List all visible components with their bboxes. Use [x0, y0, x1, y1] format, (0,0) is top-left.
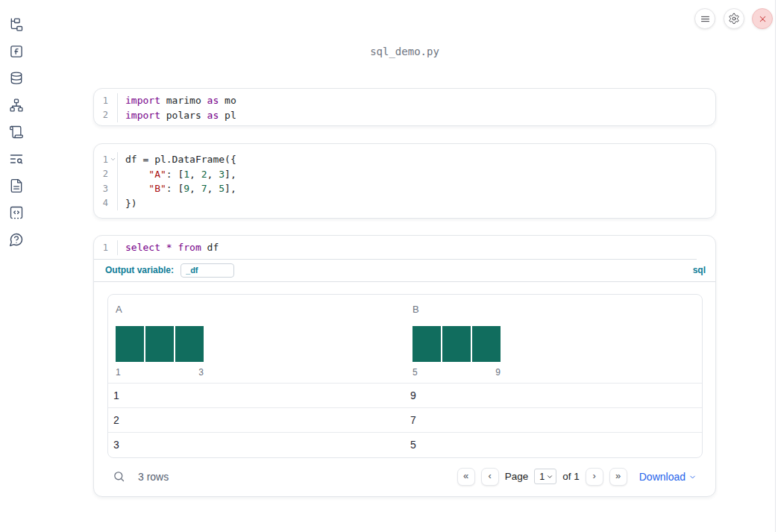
table-header-row: A13B59 [108, 295, 702, 384]
code-line[interactable]: }) [125, 196, 236, 211]
code-cell[interactable]: 1234df = pl.DataFrame({ "A": [1, 2, 3], … [93, 143, 716, 219]
table-row[interactable]: 27 [108, 408, 702, 433]
sidebar-item-logs[interactable] [9, 151, 24, 166]
code-token: ], [225, 183, 236, 194]
sql-editor[interactable]: 1select * from df [94, 236, 715, 260]
file-tree-icon [9, 17, 24, 32]
next-page-button[interactable]: › [586, 468, 603, 486]
code-token: 2 [201, 169, 207, 180]
code-line[interactable]: select * from df [125, 240, 219, 255]
dataframe-table: A13B59 192735 [107, 294, 703, 458]
code-token: mo [219, 95, 236, 106]
scrollbar-track [775, 0, 776, 532]
close-x-icon [758, 14, 768, 24]
code-token [172, 242, 178, 253]
code-editor[interactable]: 1234df = pl.DataFrame({ "A": [1, 2, 3], … [94, 144, 715, 219]
line-number: 1 [94, 93, 117, 108]
table-cell: 3 [108, 439, 405, 451]
sidebar-item-file-explorer[interactable] [9, 17, 24, 32]
column-histogram [412, 326, 501, 362]
histogram-min-label: 1 [116, 367, 121, 378]
code-area[interactable]: df = pl.DataFrame({ "A": [1, 2, 3], "B":… [118, 152, 236, 210]
code-token: marimo [160, 95, 207, 106]
download-label: Download [639, 471, 686, 483]
code-token: , [207, 183, 219, 194]
code-square-icon [9, 205, 24, 220]
histogram-bar [116, 326, 144, 362]
code-token: from [178, 242, 201, 253]
output-variable-input[interactable] [181, 263, 234, 278]
column-header-A[interactable]: A13 [108, 295, 405, 383]
code-editor[interactable]: 12import marimo as moimport polars as pl [94, 89, 715, 127]
code-token: , [189, 169, 201, 180]
help-bubble-icon [9, 232, 24, 247]
line-number-gutter: 1 [94, 240, 118, 255]
code-token: 9 [183, 183, 189, 194]
download-button[interactable]: Download [639, 471, 697, 483]
code-token: 3 [219, 169, 225, 180]
histogram-min-label: 5 [412, 367, 418, 378]
code-token: ], [225, 169, 236, 180]
code-area[interactable]: select * from df [118, 240, 219, 255]
code-token: select [125, 242, 160, 253]
previous-page-button[interactable]: ‹ [481, 468, 499, 486]
column-header-B[interactable]: B59 [405, 295, 702, 383]
last-page-button[interactable]: » [609, 468, 627, 486]
code-token [125, 169, 148, 180]
database-icon [9, 71, 24, 86]
histogram-bar [412, 326, 441, 362]
settings-button[interactable] [724, 8, 744, 29]
histogram-range-labels: 59 [412, 367, 501, 378]
code-line[interactable]: import marimo as mo [125, 93, 236, 108]
search-icon[interactable] [113, 470, 125, 483]
code-token: import [125, 95, 160, 106]
gear-icon [728, 13, 740, 25]
table-row[interactable]: 35 [108, 433, 702, 457]
file-text-icon [9, 178, 24, 193]
sidebar-item-snippets[interactable] [9, 205, 24, 220]
code-token: as [207, 95, 219, 106]
line-number: 4 [94, 196, 117, 211]
close-app-button[interactable] [752, 8, 773, 29]
chevron-down-icon [546, 473, 553, 481]
code-token: import [125, 110, 160, 121]
code-token: , [207, 169, 219, 180]
code-line[interactable]: import polars as pl [125, 108, 236, 123]
code-line[interactable]: df = pl.DataFrame({ [125, 152, 236, 167]
code-token: df [201, 242, 219, 253]
code-token: 5 [219, 183, 225, 194]
sidebar-item-data-sources[interactable] [9, 71, 24, 86]
table-cell: 5 [405, 439, 702, 451]
line-number: 3 [94, 181, 117, 196]
table-row[interactable]: 19 [108, 384, 702, 408]
code-token [125, 183, 148, 194]
column-histogram [116, 326, 204, 362]
column-name: A [116, 304, 405, 315]
code-cell[interactable]: 12import marimo as moimport polars as pl [93, 88, 716, 126]
sidebar-item-variables[interactable] [9, 44, 24, 59]
table-body: 192735 [108, 384, 702, 457]
sidebar-item-help[interactable] [9, 232, 24, 247]
table-footer: 3 rows « ‹ Page 1 of 1 › » Download [107, 464, 703, 489]
sidebar-item-scratchpad[interactable] [9, 125, 24, 140]
code-area[interactable]: import marimo as moimport polars as pl [118, 93, 236, 122]
line-number-gutter: 1234 [94, 152, 118, 210]
histogram-bar [472, 326, 501, 362]
page-select[interactable]: 1 [534, 469, 556, 484]
histogram-bar [145, 326, 174, 362]
text-search-icon [9, 151, 24, 166]
first-page-button[interactable]: « [457, 468, 475, 486]
sql-language-badge: sql [693, 265, 706, 275]
code-line[interactable]: "A": [1, 2, 3], [125, 167, 236, 182]
table-cell: 1 [108, 389, 405, 401]
code-token: 7 [201, 183, 207, 194]
sql-cell: 1select * from df Output variable: sql A… [93, 235, 716, 497]
sidebar-item-documentation[interactable] [9, 178, 24, 193]
line-number: 1 [94, 240, 117, 255]
code-line[interactable]: "B": [9, 7, 5], [125, 181, 236, 196]
fold-chevron-icon[interactable] [110, 156, 116, 163]
line-number: 2 [94, 108, 117, 123]
code-token: "B" [148, 183, 166, 194]
table-cell: 7 [405, 414, 702, 426]
sidebar-item-dependencies[interactable] [9, 98, 24, 113]
